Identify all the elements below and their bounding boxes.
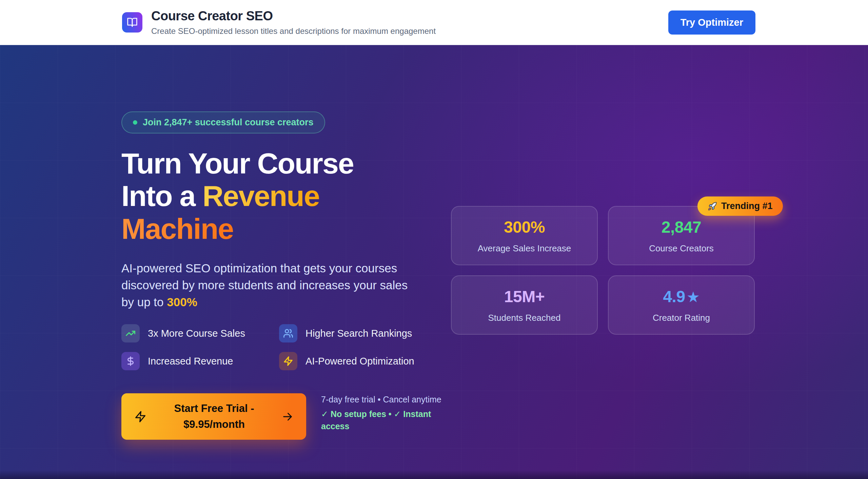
- feature-label: AI-Powered Optimization: [305, 356, 414, 367]
- star-icon: ★: [687, 289, 700, 305]
- hero-content: Join 2,847+ successful course creators T…: [121, 111, 447, 440]
- trial-note-line2: ✓ No setup fees • ✓ Instant access: [321, 408, 447, 433]
- stat-label: Students Reached: [488, 313, 561, 323]
- social-proof-badge: Join 2,847+ successful course creators: [121, 111, 325, 133]
- feature-label: 3x More Course Sales: [148, 328, 245, 339]
- stat-card-creator-rating: 4.9★ Creator Rating: [608, 275, 755, 335]
- cta-row: Start Free Trial - $9.95/month 7-day fre…: [121, 393, 447, 440]
- book-open-icon: [127, 17, 138, 28]
- hero-headline: Turn Your Course Into a Revenue Machine: [121, 147, 447, 245]
- cta-line1: Start Free Trial -: [174, 402, 254, 414]
- try-optimizer-button[interactable]: Try Optimizer: [668, 11, 755, 35]
- stat-card-students-reached: 15M+ Students Reached: [451, 275, 598, 335]
- headline-line1: Turn Your Course: [121, 147, 354, 180]
- stat-value: 4.9★: [663, 287, 699, 306]
- zap-icon: [279, 352, 297, 370]
- rocket-icon: [708, 202, 717, 211]
- feature-list: 3x More Course Sales Higher Search Ranki…: [121, 324, 447, 370]
- trial-note-line1: 7-day free trial • Cancel anytime: [321, 395, 447, 404]
- feature-increased-revenue: Increased Revenue: [121, 352, 279, 370]
- hero-section: Join 2,847+ successful course creators T…: [0, 45, 868, 479]
- brand-text: Course Creator SEO Create SEO-optimized …: [151, 9, 436, 36]
- header: Course Creator SEO Create SEO-optimized …: [0, 0, 868, 45]
- stat-label: Course Creators: [649, 243, 714, 254]
- dollar-icon: [121, 352, 140, 370]
- cta-button-label: Start Free Trial - $9.95/month: [174, 401, 254, 432]
- users-icon: [279, 324, 297, 342]
- stat-value: 300%: [504, 218, 545, 236]
- stat-card-sales-increase: 300% Average Sales Increase: [451, 206, 598, 265]
- headline-highlight-revenue: Revenue: [202, 180, 319, 212]
- social-proof-text: Join 2,847+ successful course creators: [143, 117, 314, 128]
- feature-label: Increased Revenue: [148, 356, 233, 367]
- feature-search-rankings: Higher Search Rankings: [279, 324, 447, 342]
- stat-value: 2,847: [662, 218, 702, 236]
- page-subtitle: Create SEO-optimized lesson titles and d…: [151, 26, 436, 36]
- trending-text: Trending #1: [721, 201, 773, 211]
- headline-highlight-machine: Machine: [121, 212, 233, 245]
- bolt-icon: [134, 411, 146, 423]
- trending-badge: Trending #1: [697, 196, 783, 216]
- arrow-right-icon: [282, 411, 293, 422]
- feature-course-sales: 3x More Course Sales: [121, 324, 279, 342]
- hero-description: AI-powered SEO optimization that gets yo…: [121, 260, 410, 311]
- green-dot-icon: [133, 120, 137, 125]
- feature-label: Higher Search Rankings: [305, 328, 412, 339]
- feature-ai-optimization: AI-Powered Optimization: [279, 352, 447, 370]
- app-logo: [122, 12, 142, 33]
- trial-notes: 7-day free trial • Cancel anytime ✓ No s…: [321, 393, 447, 433]
- trending-up-icon: [121, 324, 140, 342]
- start-free-trial-button[interactable]: Start Free Trial - $9.95/month: [121, 393, 306, 440]
- stat-value: 15M+: [504, 287, 545, 306]
- stats-grid: 300% Average Sales Increase 2,847 Course…: [451, 206, 755, 335]
- page-title: Course Creator SEO: [151, 9, 436, 23]
- cta-line2: $9.95/month: [183, 418, 245, 430]
- description-text: AI-powered SEO optimization that gets yo…: [121, 262, 408, 309]
- rating-number: 4.9: [663, 288, 685, 306]
- headline-line2-prefix: Into a: [121, 180, 202, 212]
- stat-label: Average Sales Increase: [478, 243, 571, 254]
- stat-label: Creator Rating: [653, 313, 710, 323]
- description-highlight: 300%: [167, 295, 197, 309]
- brand: Course Creator SEO Create SEO-optimized …: [122, 9, 436, 36]
